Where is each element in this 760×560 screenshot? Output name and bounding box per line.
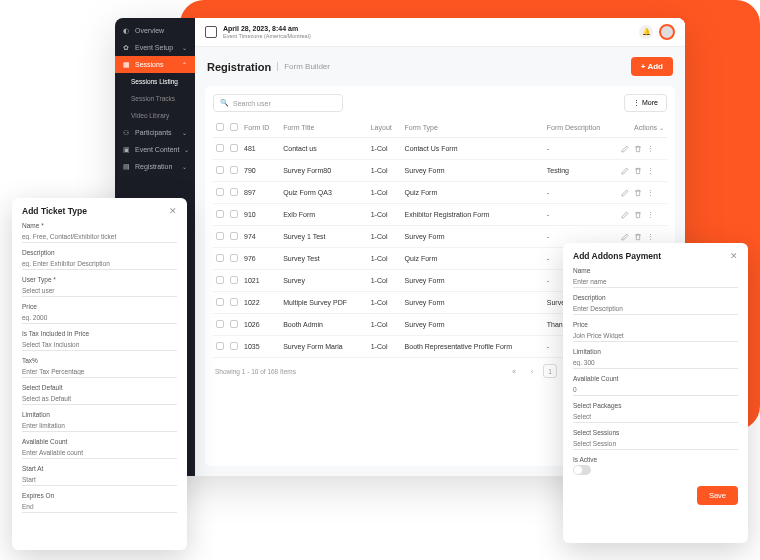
form-title: Survey Form80: [280, 160, 368, 182]
sidebar-item-event-content[interactable]: ▣Event Content⌄: [115, 141, 195, 158]
checkbox[interactable]: [230, 232, 238, 240]
table-row[interactable]: 897Quiz Form QA31-ColQuiz Form-⋮: [213, 182, 667, 204]
form-title: Multiple Survey PDF: [280, 292, 368, 314]
field-input[interactable]: [573, 357, 738, 369]
field-input[interactable]: [573, 330, 738, 342]
checkbox[interactable]: [216, 276, 224, 284]
checkbox[interactable]: [230, 210, 238, 218]
field-input[interactable]: [22, 258, 177, 270]
form-id: 910: [241, 204, 280, 226]
notifications-button[interactable]: 🔔: [639, 25, 653, 39]
delete-icon[interactable]: [634, 233, 642, 241]
checkbox[interactable]: [216, 298, 224, 306]
sidebar-item-event-setup[interactable]: ✿Event Setup⌄: [115, 39, 195, 56]
checkbox[interactable]: [216, 320, 224, 328]
more-icon[interactable]: ⋮: [647, 167, 654, 175]
checkbox[interactable]: [230, 166, 238, 174]
column-header[interactable]: Actions ⌄: [618, 118, 667, 138]
checkbox[interactable]: [216, 144, 224, 152]
field-input[interactable]: [22, 285, 177, 297]
more-icon[interactable]: ⋮: [647, 211, 654, 219]
checkbox[interactable]: [230, 320, 238, 328]
close-icon[interactable]: ✕: [730, 251, 738, 261]
checkbox[interactable]: [216, 342, 224, 350]
page-button[interactable]: ‹: [525, 364, 539, 378]
more-icon[interactable]: ⋮: [647, 189, 654, 197]
edit-icon[interactable]: [621, 189, 629, 197]
delete-icon[interactable]: [634, 145, 642, 153]
sidebar-item-video-library[interactable]: Video Library: [115, 107, 195, 124]
checkbox[interactable]: [230, 298, 238, 306]
modal-title: Add Ticket Type: [22, 206, 87, 216]
checkbox[interactable]: [216, 166, 224, 174]
column-header[interactable]: [213, 118, 227, 138]
field-input[interactable]: [22, 420, 177, 432]
save-button[interactable]: Save: [697, 486, 738, 505]
field-input[interactable]: [573, 276, 738, 288]
field-input[interactable]: [573, 384, 738, 396]
more-icon[interactable]: ⋮: [647, 145, 654, 153]
chevron-down-icon: ⌄: [184, 146, 189, 153]
checkbox[interactable]: [230, 276, 238, 284]
page-button[interactable]: 1: [543, 364, 557, 378]
avatar[interactable]: [659, 24, 675, 40]
delete-icon[interactable]: [634, 167, 642, 175]
table-row[interactable]: 481Contact us1-ColContact Us Form-⋮: [213, 138, 667, 160]
delete-icon[interactable]: [634, 189, 642, 197]
page-button[interactable]: «: [507, 364, 521, 378]
calendar-icon: ▣: [123, 146, 130, 153]
sidebar-item-sessions[interactable]: ▦Sessions⌃: [115, 56, 195, 73]
checkbox[interactable]: [230, 144, 238, 152]
checkbox[interactable]: [216, 232, 224, 240]
add-button[interactable]: + Add: [631, 57, 673, 76]
edit-icon[interactable]: [621, 233, 629, 241]
field-input[interactable]: [22, 231, 177, 243]
column-header[interactable]: Form Type: [402, 118, 544, 138]
field-input[interactable]: [22, 447, 177, 459]
field-input[interactable]: [22, 366, 177, 378]
checkbox[interactable]: [216, 210, 224, 218]
edit-icon[interactable]: [621, 167, 629, 175]
checkbox[interactable]: [216, 188, 224, 196]
column-header[interactable]: [227, 118, 241, 138]
sidebar-item-sessions-listing[interactable]: Sessions Listing: [115, 73, 195, 90]
column-header[interactable]: Layout: [368, 118, 402, 138]
column-header[interactable]: Form Title: [280, 118, 368, 138]
field-label: Is Tax Included In Price: [22, 330, 177, 337]
sidebar-item-session-tracks[interactable]: Session Tracks: [115, 90, 195, 107]
edit-icon[interactable]: [621, 145, 629, 153]
form-title: Quiz Form QA3: [280, 182, 368, 204]
field-input[interactable]: [22, 474, 177, 486]
sidebar-item-overview[interactable]: ◐Overview: [115, 22, 195, 39]
chevron-down-icon: ⌄: [182, 129, 187, 136]
search-input[interactable]: 🔍Search user: [213, 94, 343, 112]
field-input[interactable]: [573, 303, 738, 315]
checkbox[interactable]: [230, 123, 238, 131]
field-input[interactable]: [573, 411, 738, 423]
field-input[interactable]: [22, 501, 177, 513]
is-active-toggle[interactable]: [573, 465, 591, 475]
field-input[interactable]: [22, 339, 177, 351]
close-icon[interactable]: ✕: [169, 206, 177, 216]
field-input[interactable]: [22, 393, 177, 405]
checkbox[interactable]: [230, 254, 238, 262]
column-header[interactable]: Form Description: [544, 118, 618, 138]
column-header[interactable]: Form ID: [241, 118, 280, 138]
more-button[interactable]: ⋮ More: [624, 94, 667, 112]
table-row[interactable]: 790Survey Form801-ColSurvey FormTesting⋮: [213, 160, 667, 182]
more-icon[interactable]: ⋮: [647, 233, 654, 241]
form-description: -: [544, 138, 618, 160]
page-subtitle: Form Builder: [277, 62, 330, 71]
checkbox[interactable]: [216, 254, 224, 262]
sidebar-item-registration[interactable]: ▤Registration⌄: [115, 158, 195, 175]
checkbox[interactable]: [216, 123, 224, 131]
form-title: Booth Admin: [280, 314, 368, 336]
checkbox[interactable]: [230, 188, 238, 196]
edit-icon[interactable]: [621, 211, 629, 219]
field-input[interactable]: [573, 438, 738, 450]
checkbox[interactable]: [230, 342, 238, 350]
sidebar-item-participants[interactable]: ⚇Participants⌄: [115, 124, 195, 141]
table-row[interactable]: 910Exib Form1-ColExhibitor Registration …: [213, 204, 667, 226]
delete-icon[interactable]: [634, 211, 642, 219]
field-input[interactable]: [22, 312, 177, 324]
